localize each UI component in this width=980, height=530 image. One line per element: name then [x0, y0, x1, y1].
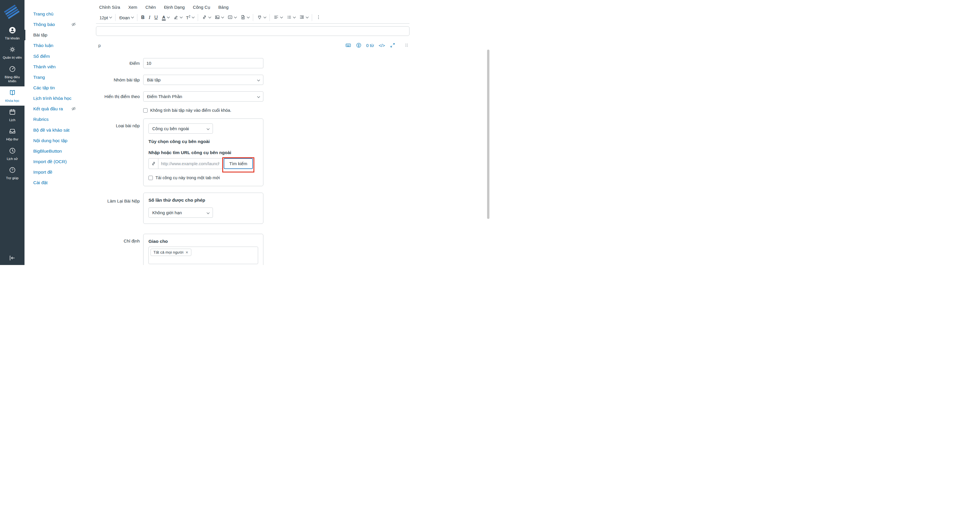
image-button[interactable]	[213, 13, 226, 22]
menu-view[interactable]: Xem	[128, 5, 137, 10]
menu-edit[interactable]: Chỉnh Sửa	[99, 5, 120, 10]
keyboard-shortcuts-button[interactable]	[345, 42, 351, 48]
global-nav-admin[interactable]: Quản trị viên	[0, 43, 24, 62]
media-button[interactable]	[226, 13, 238, 22]
menu-insert[interactable]: Chèn	[146, 5, 156, 10]
rich-text-editor-body[interactable]	[96, 26, 409, 36]
course-nav-announcements[interactable]: Thông báo	[24, 19, 94, 30]
submission-attempts-card: Số lần thử được cho phép Không giới hạn	[143, 193, 263, 224]
indent-button[interactable]	[297, 13, 310, 22]
assignment-group-select[interactable]: Bài tập	[143, 75, 263, 85]
paragraph-format-value: Đoạn	[119, 15, 130, 20]
course-nav-files[interactable]: Các tập tin	[24, 83, 94, 93]
course-nav-pages[interactable]: Trang	[24, 72, 94, 83]
document-icon	[240, 14, 246, 21]
chevron-down-icon	[221, 15, 224, 18]
hidden-eye-icon	[71, 22, 76, 28]
list-button[interactable]	[285, 13, 297, 22]
global-nav-history[interactable]: Lịch sử	[0, 144, 24, 164]
course-nav-discussions[interactable]: Thảo luận	[24, 40, 94, 51]
course-nav-assignments-label: Bài tập	[33, 32, 47, 37]
find-button-wrap: Tìm kiếm	[224, 158, 253, 169]
display-grade-select[interactable]: Điểm Thành Phần	[143, 91, 263, 102]
submission-type-select[interactable]: Công cụ bên ngoài	[148, 123, 213, 134]
course-nav-import[interactable]: Import đề	[24, 167, 94, 177]
italic-button[interactable]: I	[147, 13, 153, 22]
align-button[interactable]	[272, 13, 285, 22]
course-nav-assignments[interactable]: Bài tập	[24, 30, 94, 40]
underline-glyph: U	[154, 15, 158, 20]
global-nav-dashboard[interactable]: Bảng điều khiển	[0, 63, 24, 86]
bold-glyph: B	[141, 15, 145, 20]
assignee-token[interactable]: Tất cả mọi người ✕	[151, 249, 191, 256]
assignment-group-value: Bài tập	[147, 77, 161, 82]
course-nav-rubrics-label: Rubrics	[33, 117, 49, 122]
superscript-button[interactable]: T2	[184, 13, 196, 22]
courses-icon	[9, 89, 16, 97]
display-grade-row: Hiển thị điểm theo Điểm Thành Phần	[94, 91, 490, 102]
link-button[interactable]	[200, 13, 213, 22]
menu-format[interactable]: Định Dạng	[164, 5, 185, 10]
apps-lti-button[interactable]	[255, 13, 268, 22]
global-nav-inbox[interactable]: Hộp thư	[0, 125, 24, 144]
assign-to-input[interactable]: Tất cả mọi người ✕	[148, 247, 258, 264]
points-input[interactable]	[143, 58, 263, 68]
menu-table[interactable]: Bảng	[218, 5, 229, 10]
course-nav-modules[interactable]: Nội dung học tập	[24, 136, 94, 146]
text-color-button[interactable]: A	[160, 13, 171, 22]
collapse-global-nav-button[interactable]	[0, 254, 24, 262]
course-nav-home[interactable]: Trang chủ	[24, 9, 94, 19]
collapse-arrow-icon	[9, 254, 16, 262]
course-nav-settings[interactable]: Cài đặt	[24, 177, 94, 188]
media-icon	[228, 14, 233, 21]
html-editor-toggle[interactable]: </>	[379, 43, 385, 48]
inbox-icon	[9, 128, 16, 136]
course-nav-rubrics[interactable]: Rubrics	[24, 114, 94, 125]
highlight-color-button[interactable]	[171, 13, 184, 22]
omit-final-grade-option[interactable]: Không tính bài tập này vào điểm cuối khó…	[143, 108, 263, 113]
link-icon	[151, 161, 156, 166]
underline-button[interactable]: U	[152, 13, 160, 22]
course-nav-outcomes[interactable]: Kết quả đầu ra	[24, 104, 94, 114]
course-nav-import-ocr[interactable]: Import đề (OCR)	[24, 156, 94, 167]
document-button[interactable]	[238, 13, 251, 22]
bold-button[interactable]: B	[139, 13, 147, 22]
global-nav-courses[interactable]: Khóa học	[0, 86, 24, 105]
load-in-new-tab-checkbox[interactable]	[148, 176, 153, 180]
brand-logo[interactable]	[0, 0, 24, 24]
omit-final-row: Không tính bài tập này vào điểm cuối khó…	[94, 108, 490, 113]
vertical-scrollbar[interactable]	[487, 49, 489, 219]
remove-token-icon[interactable]: ✕	[186, 251, 188, 254]
global-nav-account[interactable]: Tài khoản	[0, 24, 24, 43]
chevron-down-icon	[131, 15, 134, 18]
allowed-attempts-title: Số lần thử được cho phép	[148, 198, 258, 203]
image-icon	[215, 14, 220, 21]
element-path: p	[98, 43, 100, 48]
course-nav-grades[interactable]: Số điểm	[24, 51, 94, 62]
find-tool-button[interactable]: Tìm kiếm	[224, 158, 253, 169]
external-tool-url-input[interactable]	[158, 158, 223, 169]
paragraph-format-dropdown[interactable]: Đoạn	[117, 13, 135, 22]
course-nav-bigbluebutton-label: BigBlueButton	[33, 148, 62, 153]
omit-final-grade-checkbox[interactable]	[143, 108, 148, 113]
allowed-attempts-select[interactable]: Không giới hạn	[148, 208, 213, 218]
load-in-new-tab-option[interactable]: Tải công cụ này trong một tab mới	[148, 176, 258, 180]
global-nav: Tài khoản Quản trị viên Bảng điều khiển	[0, 0, 24, 265]
global-nav-help[interactable]: ? Trợ giúp	[0, 164, 24, 183]
course-nav-syllabus[interactable]: Lịch trình khóa học	[24, 93, 94, 104]
accessibility-checker-button[interactable]	[356, 42, 362, 48]
link-lookup-button[interactable]	[148, 158, 158, 169]
course-nav-people[interactable]: Thành viên	[24, 62, 94, 72]
submission-type-value: Công cụ bên ngoài	[152, 126, 189, 131]
more-toolbar-button[interactable]	[314, 13, 323, 22]
course-nav-quizzes[interactable]: Bộ đề và khảo sát	[24, 125, 94, 136]
omit-final-grade-label: Không tính bài tập này vào điểm cuối khó…	[150, 108, 231, 113]
menu-tools[interactable]: Công Cụ	[193, 5, 210, 10]
course-nav-bigbluebutton[interactable]: BigBlueButton	[24, 146, 94, 156]
font-size-dropdown[interactable]: 12pt	[97, 13, 113, 22]
course-nav-files-label: Các tập tin	[33, 85, 55, 90]
assign-label: Chỉ định	[94, 234, 140, 243]
global-nav-calendar[interactable]: Lịch	[0, 105, 24, 125]
resize-drag-handle[interactable]	[404, 42, 409, 48]
fullscreen-icon[interactable]	[390, 42, 396, 48]
